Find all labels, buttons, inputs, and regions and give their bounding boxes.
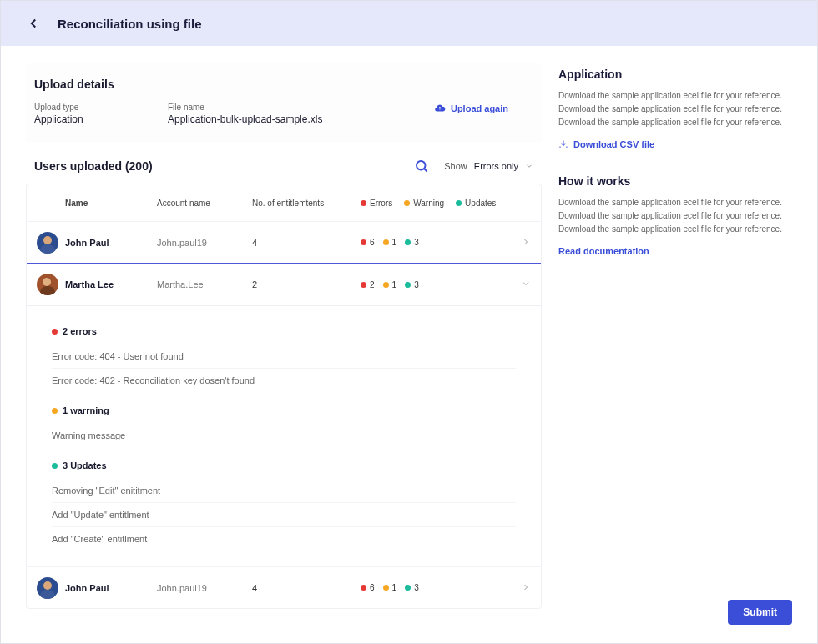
how-desc: Download the sample application ecel fil… (558, 196, 792, 236)
chevron-right-icon[interactable] (521, 582, 531, 592)
warning-heading: 1 warrning (63, 405, 109, 415)
avatar (37, 577, 58, 599)
row-entitlements: 2 (252, 279, 361, 289)
read-documentation-link[interactable]: Read documentation (558, 246, 792, 256)
row-warnings: 1 (392, 238, 397, 247)
users-table: Name Account name No. of entitlemtents E… (26, 184, 542, 609)
table-row[interactable]: John Paul John.paul19 4 6 1 3 (27, 566, 541, 608)
upload-details-card: Upload details Upload type Application F… (26, 63, 542, 143)
row-account: John.paul19 (157, 583, 252, 593)
errors-heading: 2 errors (63, 326, 97, 336)
application-card: Application Download the sample applicat… (558, 63, 792, 154)
download-csv-label: Download CSV file (573, 139, 654, 149)
download-csv-link[interactable]: Download CSV file (558, 139, 792, 149)
how-it-works-card: How it works Download the sample applica… (558, 169, 792, 261)
update-item: Add "Create" entitlment (52, 526, 516, 551)
page-title: Reconciliation using file (58, 17, 202, 31)
error-item: Error code: 404 - User not found (52, 345, 516, 368)
col-warning: Warning (413, 199, 444, 208)
row-account: Martha.Lee (157, 279, 252, 289)
col-errors: Errors (370, 199, 392, 208)
row-errors: 2 (370, 280, 375, 289)
filter-dropdown[interactable]: Show Errors only (444, 161, 533, 171)
top-bar: Reconciliation using file (1, 1, 817, 46)
row-name: John Paul (65, 238, 157, 248)
row-warnings: 1 (392, 583, 397, 592)
row-account: John.paul19 (157, 238, 252, 248)
chevron-right-icon[interactable] (521, 237, 531, 247)
row-updates: 3 (414, 238, 419, 247)
chevron-down-icon[interactable] (521, 279, 531, 289)
col-entitlements: No. of entitlemtents (252, 199, 361, 208)
error-item: Error code: 402 - Reconciliation key dos… (52, 368, 516, 392)
filter-value: Errors only (474, 161, 518, 171)
row-details: 2 errors Error code: 404 - User not foun… (27, 305, 541, 566)
table-row[interactable]: John Paul John.paul19 4 6 1 3 (27, 221, 541, 263)
users-header: Users uploaded (200) Show Errors only (26, 143, 542, 184)
how-heading: How it works (558, 174, 792, 188)
updates-heading: 3 Updates (63, 460, 107, 470)
file-name-label: File name (168, 103, 434, 112)
read-doc-label: Read documentation (558, 246, 649, 256)
application-heading: Application (558, 68, 792, 81)
upload-heading: Upload details (34, 78, 533, 91)
expanded-row-block: Martha Lee Martha.Lee 2 2 1 3 2 errors E… (26, 263, 542, 566)
download-icon (558, 139, 568, 149)
table-row[interactable]: Martha Lee Martha.Lee 2 2 1 3 (27, 264, 541, 305)
chevron-down-icon (525, 162, 533, 170)
filter-label: Show (444, 161, 467, 171)
col-updates: Updates (465, 199, 496, 208)
row-entitlements: 4 (252, 238, 361, 248)
file-name-value: Application-bulk-upload-sample.xls (168, 113, 434, 125)
upload-again-label: Upload again (451, 103, 508, 113)
update-item: Add "Update" entitlment (52, 502, 516, 526)
avatar (37, 274, 58, 295)
row-entitlements: 4 (252, 583, 361, 593)
upload-type-value: Application (34, 113, 168, 125)
table-header: Name Account name No. of entitlemtents E… (27, 184, 541, 221)
row-warnings: 1 (392, 280, 397, 289)
col-name: Name (65, 199, 157, 208)
col-account: Account name (157, 199, 252, 208)
back-icon[interactable] (26, 16, 41, 31)
users-heading: Users uploaded (200) (34, 159, 153, 173)
row-name: John Paul (65, 583, 157, 593)
submit-button[interactable]: Submit (728, 600, 792, 625)
svg-point-0 (417, 161, 426, 170)
upload-again-button[interactable]: Upload again (434, 103, 508, 114)
row-name: Martha Lee (65, 279, 157, 289)
row-errors: 6 (370, 238, 375, 247)
warning-item: Warning message (52, 424, 516, 447)
svg-line-1 (424, 169, 427, 172)
row-updates: 3 (414, 583, 419, 592)
row-updates: 3 (414, 280, 419, 289)
upload-type-label: Upload type (34, 103, 168, 112)
row-errors: 6 (370, 583, 375, 592)
search-icon[interactable] (414, 158, 429, 174)
application-desc: Download the sample application ecel fil… (558, 89, 792, 129)
update-item: Removing "Edit" enititment (52, 479, 516, 502)
cloud-upload-icon (434, 103, 446, 114)
avatar (37, 232, 58, 254)
